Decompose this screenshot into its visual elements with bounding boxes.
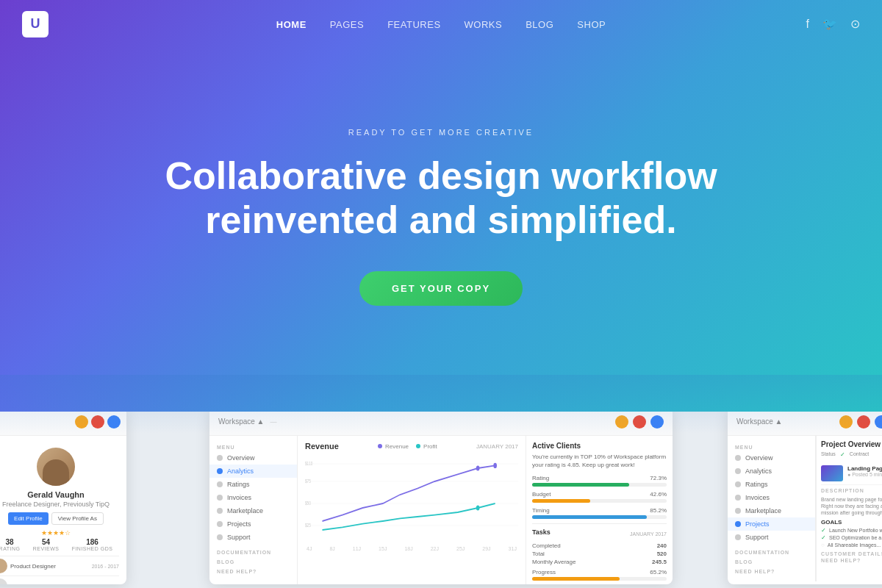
rating-stars: ★★★★☆ [0,529,119,537]
profile-item-1: Product Designer 2016 - 2017 [0,556,119,576]
chart-legend: Revenue Profit [378,443,437,450]
metric-budget: Budget 42.6% [532,491,667,503]
task-completed: Completed 240 [532,542,667,550]
profile-card-body: Gerald Vaughn Freelance Designer, Previo… [0,436,126,584]
ws-sidebar-analytics[interactable]: Analytics [728,465,815,478]
analytics-sidebar: MENU Overview Analytics Ratings Invoices… [209,436,298,584]
active-clients-panel: Active Clients You're currently in TOP 1… [526,436,673,584]
profile-item-2: Inven 2015 [0,576,119,584]
analytics-dot-orange [615,415,628,429]
task-total: Total 520 [532,550,667,558]
project-overview-panel: Project Overview Status ✓ Contract Landi… [816,436,882,581]
workspace-card-header: Workspace ▲ [728,412,882,436]
workspace-dot-orange [839,415,853,429]
stat-reviews: 54 REVIEWS [33,538,60,551]
ws-sidebar-invoices[interactable]: Invoices [728,491,815,504]
dot-orange [75,415,88,429]
analytics-card: Workspace ▲ — MENU Overview Analytics [209,412,673,584]
nav: HOME PAGES FEATURES WORKS BLOG SHOP [276,18,606,31]
workspace-card-body: MENU Overview Analytics Ratings Invoices… [728,436,882,581]
project-item: Landing Pag... ● Posted 5 min [821,462,882,485]
metric-timing: Timing 85.2% [532,507,667,519]
analytics-card-header: Workspace ▲ — [209,412,673,436]
nav-home[interactable]: HOME [276,19,306,30]
profile-name: Gerald Vaughn [0,490,119,499]
svg-point-9 [493,463,497,468]
sidebar-overview[interactable]: Overview [209,451,297,465]
project-thumbnail [821,465,843,481]
analytics-chart-area: Revenue Revenue Profit JANUARY 2017 $110 [298,436,526,584]
user-icon[interactable]: ⊙ [850,17,860,31]
dot-red [91,415,104,429]
dashboard-area: Gerald Vaughn Freelance Designer, Previo… [0,412,882,588]
ws-sidebar-overview[interactable]: Overview [728,451,815,465]
twitter-icon[interactable]: 🐦 [822,17,837,31]
ws-sidebar-support[interactable]: Support [728,531,815,544]
stat-rating: 38 RATING [0,538,21,551]
ws-sidebar-projects[interactable]: Projects [728,517,815,531]
hero-subtitle: READY TO GET MORE CREATIVE [348,128,534,137]
task-monthly: Monthly Average 245.5 [532,558,667,566]
metric-rating: Rating 72.3% [532,475,667,487]
workspace-card: Workspace ▲ MENU Overview Analytics Rati… [728,412,882,584]
svg-text:$50: $50 [305,500,311,506]
workspace-sidebar: MENU Overview Analytics Ratings Invoices… [728,436,816,581]
nav-pages[interactable]: PAGES [330,19,364,30]
goal-1: ✓ Launch New Portfolio w... [821,527,882,534]
profile-title: Freelance Designer, Previously TipQ [0,501,119,508]
svg-text:$75: $75 [305,478,311,484]
analytics-dot-red [633,415,646,429]
nav-shop[interactable]: SHOP [577,19,606,30]
nav-features[interactable]: FEATURES [387,19,440,30]
sidebar-ratings[interactable]: Ratings [209,478,297,491]
chart-x-labels: 4J 8J 11J 15J 18J 22J 25J 29J 31J [305,546,518,551]
stat-finished: 186 FINISHED GDS [72,538,113,551]
logo[interactable]: U [22,11,49,37]
avatar [37,448,75,486]
nav-works[interactable]: WORKS [465,19,503,30]
svg-text:$110: $110 [305,460,313,466]
workspace-dot-blue [875,415,882,429]
sidebar-invoices[interactable]: Invoices [209,491,297,504]
dot-blue [107,415,121,429]
profile-buttons: Edit Profile View Profile As [0,512,119,525]
revenue-chart: $110 $75 $50 $25 [305,455,518,543]
cta-button[interactable]: GET YOUR COPY [359,271,523,306]
analytics-card-body: MENU Overview Analytics Ratings Invoices… [209,436,673,584]
analytics-dot-blue [650,415,664,429]
profile-stats: 38 RATING 54 REVIEWS 186 FINISHED GDS [0,538,119,551]
tasks-section: Tasks JANUARY 2017 Completed 240 Total 5… [532,523,667,581]
hero-section: U HOME PAGES FEATURES WORKS BLOG SHOP f … [0,0,882,412]
svg-point-8 [476,465,480,470]
po-status-row: Status ✓ Contract [821,451,882,458]
ws-sidebar-ratings[interactable]: Ratings [728,478,815,491]
profile-card: Gerald Vaughn Freelance Designer, Previo… [0,412,126,584]
workspace-dot-red [857,415,870,429]
sidebar-analytics[interactable]: Analytics [209,465,297,478]
social-icons: f 🐦 ⊙ [806,17,860,31]
sidebar-projects[interactable]: Projects [209,517,297,531]
nav-blog[interactable]: BLOG [526,19,553,30]
header: U HOME PAGES FEATURES WORKS BLOG SHOP f … [0,0,882,48]
sidebar-marketplace[interactable]: Marketplace [209,504,297,517]
profile-card-header [0,412,126,436]
hero-title: Collaborative design workflow reinvented… [165,154,717,243]
svg-point-10 [476,505,480,510]
goal-2: ✓ SEO Optimization be a... [821,534,882,541]
goal-3: ○ All Shareable Images... [821,542,882,548]
svg-text:$25: $25 [305,522,311,528]
edit-profile-button[interactable]: Edit Profile [8,512,49,525]
view-profile-button[interactable]: View Profile As [51,512,104,525]
sidebar-support[interactable]: Support [209,531,297,544]
ws-sidebar-marketplace[interactable]: Marketplace [728,504,815,517]
facebook-icon[interactable]: f [806,18,809,31]
